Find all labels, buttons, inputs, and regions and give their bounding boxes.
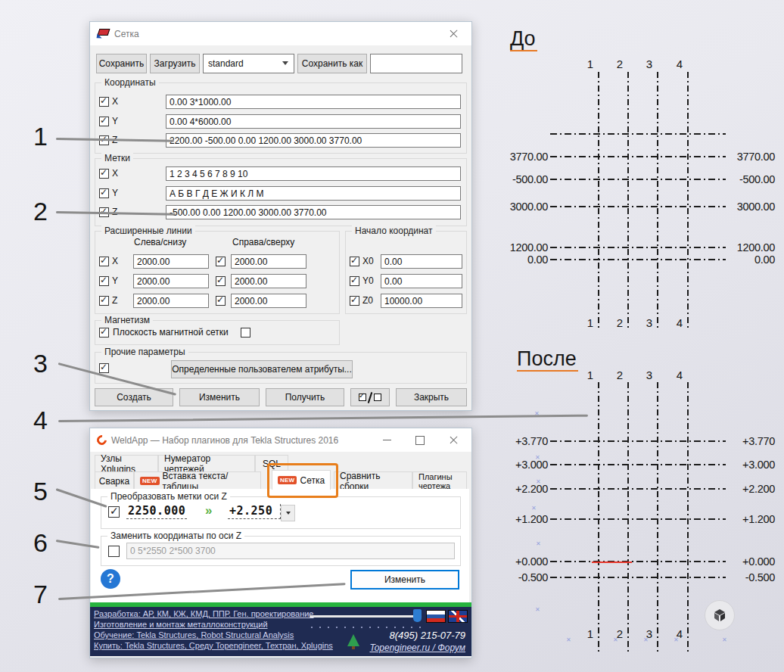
origin-z0-input[interactable] xyxy=(381,294,462,308)
close-dialog-button[interactable]: Закрыть xyxy=(396,388,467,406)
label-y-checkbox[interactable] xyxy=(99,188,109,198)
ext-y-left-input[interactable] xyxy=(133,274,209,288)
ext-z-right-checkbox[interactable] xyxy=(216,296,226,306)
callout-4: 4 xyxy=(33,407,48,433)
label-x-checkbox[interactable] xyxy=(99,169,109,179)
language-slider-handle[interactable] xyxy=(413,609,422,622)
close-icon xyxy=(450,30,458,38)
grid-dialog-titlebar[interactable]: Сетка xyxy=(90,22,471,45)
ext-y-left-checkbox[interactable] xyxy=(99,276,109,286)
russian-flag-icon[interactable] xyxy=(426,610,446,623)
magnetic-plane-extra-checkbox[interactable] xyxy=(241,328,250,338)
weldapp-modify-button[interactable]: Изменить xyxy=(350,570,459,590)
save-button[interactable]: Сохранить xyxy=(96,54,147,73)
level-row: 0.000.00 xyxy=(499,254,784,266)
transform-to-value[interactable]: +2.250 xyxy=(228,504,281,519)
before-heading: До xyxy=(510,28,537,51)
load-button[interactable]: Загрузить xyxy=(150,54,200,73)
footer-link-obuchenie[interactable]: Обучение: Tekla Structures, Robot Struct… xyxy=(94,630,294,639)
checked-box-icon xyxy=(359,394,366,401)
other-params-checkbox[interactable] xyxy=(99,363,109,373)
tab-plaginy-chertezha[interactable]: Плагины чертежа xyxy=(412,471,467,490)
col-label-bottom: 1 xyxy=(581,627,593,640)
origin-x0-input[interactable] xyxy=(381,254,462,269)
footer-link-kupit[interactable]: Купить: Tekla Structures, Среду Topengin… xyxy=(94,641,333,650)
origin-y0-input[interactable] xyxy=(381,274,462,288)
ext-y-right-checkbox[interactable] xyxy=(216,276,226,286)
handle-marker[interactable]: ✕ xyxy=(531,506,537,512)
modify-button[interactable]: Изменить xyxy=(179,388,260,406)
ext-x-left-checkbox[interactable] xyxy=(99,257,109,266)
handle-marker[interactable]: ✕ xyxy=(535,455,540,461)
transform-dropdown-button[interactable] xyxy=(281,505,295,521)
tab-vstavka-teksta[interactable]: NEW Вставка текста/таблицы xyxy=(134,471,261,490)
ext-x-right-checkbox[interactable] xyxy=(216,257,226,266)
after-diagram: После 1 2 3 4 +3.770+3.770 +3.000+3.000 … xyxy=(499,344,784,672)
ext-x-label: X xyxy=(112,256,118,266)
ext-x-left-input[interactable] xyxy=(133,254,209,269)
ext-z-left-input[interactable] xyxy=(133,294,209,308)
origin-legend: Начало координат xyxy=(352,226,436,236)
coord-x-input[interactable] xyxy=(166,95,461,109)
transform-checkbox[interactable] xyxy=(108,506,120,518)
preset-select[interactable]: standard xyxy=(203,54,294,73)
close-button[interactable] xyxy=(437,22,470,45)
uk-flag-icon[interactable] xyxy=(448,610,468,623)
replace-checkbox[interactable] xyxy=(108,546,120,557)
coord-x-checkbox[interactable] xyxy=(99,97,109,107)
origin-x0-checkbox[interactable] xyxy=(350,257,359,266)
footer-link-razrabotka[interactable]: Разработка: АР, КМ, КЖ, КМД, ППР. Ген. п… xyxy=(94,609,314,618)
tab-numerator-chertezhey[interactable]: Нумератор чертежей xyxy=(158,455,255,471)
unchecked-box-icon xyxy=(374,394,381,401)
handle-marker[interactable]: ✕ xyxy=(566,637,571,643)
handle-marker[interactable]: ✕ xyxy=(536,479,541,485)
check-uncheck-toggle-button[interactable] xyxy=(350,388,390,406)
weldapp-titlebar[interactable]: WeldApp — Набор плагинов для Tekla Struc… xyxy=(90,428,471,452)
coord-y-checkbox[interactable] xyxy=(99,117,109,126)
level-row: +3.000+3.000 xyxy=(499,459,784,471)
handle-marker[interactable]: ✕ xyxy=(643,637,649,643)
footer-link-izgotovlenie[interactable]: Изготовление и монтаж металлоконструкций xyxy=(94,620,268,629)
replace-input[interactable] xyxy=(126,543,455,559)
coord-z-input[interactable] xyxy=(166,133,461,148)
tab-svarka[interactable]: Сварка xyxy=(95,471,134,490)
other-params-legend: Прочие параметры xyxy=(101,347,188,357)
help-icon[interactable] xyxy=(101,569,120,589)
minimize-icon xyxy=(383,440,391,441)
label-z-input[interactable] xyxy=(166,205,461,219)
level-row: +0.000+0.000 xyxy=(499,555,784,568)
save-as-input[interactable] xyxy=(370,54,462,73)
callout-6: 6 xyxy=(33,530,48,555)
language-slider[interactable] xyxy=(310,615,422,618)
tab-sravnit-sborki[interactable]: Сравнить сборки xyxy=(334,471,412,490)
setka-tab-highlight xyxy=(267,463,338,498)
save-as-button[interactable]: Сохранить как xyxy=(297,54,367,73)
ext-y-right-input[interactable] xyxy=(231,274,306,288)
tab-uzly-xplugins[interactable]: Узлы Xplugins xyxy=(95,455,158,471)
label-y-input[interactable] xyxy=(166,186,461,201)
maximize-button[interactable] xyxy=(403,428,437,452)
handle-marker[interactable]: ✕ xyxy=(535,607,540,613)
ext-z-left-checkbox[interactable] xyxy=(99,296,109,306)
user-attributes-button[interactable]: Определенные пользователем атрибуты... xyxy=(171,360,353,378)
ext-col-right-header: Справа/сверху xyxy=(232,237,294,247)
origin-y0-checkbox[interactable] xyxy=(350,276,359,286)
handle-marker[interactable]: ✕ xyxy=(674,637,679,643)
handle-marker[interactable]: ✕ xyxy=(722,637,727,643)
handle-marker[interactable]: ✕ xyxy=(613,637,618,643)
handle-marker[interactable]: ✕ xyxy=(536,541,541,547)
close-button-weldapp[interactable] xyxy=(437,428,470,452)
level-row: +2.200+2.200 xyxy=(499,483,784,495)
view-cube-icon[interactable] xyxy=(705,600,735,630)
coord-y-input[interactable] xyxy=(166,114,461,129)
transform-from-value[interactable]: 2250.000 xyxy=(126,504,187,519)
ext-x-right-input[interactable] xyxy=(231,254,306,269)
footer-site-link[interactable]: Topengineer.ru / Форум xyxy=(369,642,465,653)
magnetic-plane-checkbox[interactable] xyxy=(99,328,109,338)
origin-z0-checkbox[interactable] xyxy=(350,296,359,306)
chevron-down-icon xyxy=(282,61,288,65)
get-button[interactable]: Получить xyxy=(266,388,344,406)
label-x-input[interactable] xyxy=(166,166,461,181)
ext-z-right-input[interactable] xyxy=(231,294,306,308)
minimize-button[interactable] xyxy=(370,428,403,452)
